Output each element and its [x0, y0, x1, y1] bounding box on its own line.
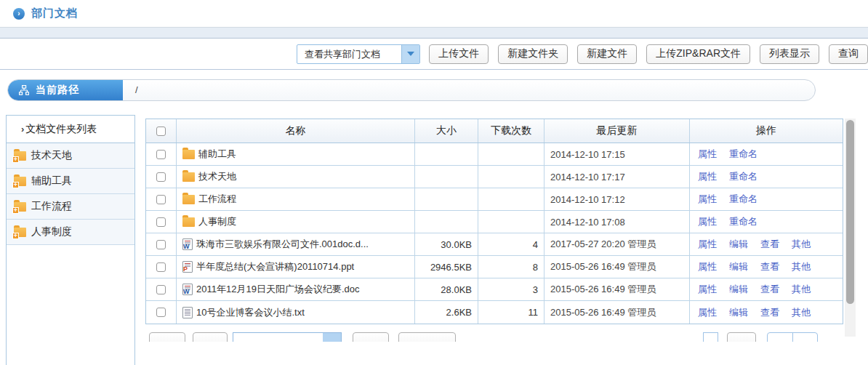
header-divider-strip: [0, 27, 868, 39]
file-name[interactable]: 10号企业博客会议小结.txt: [196, 306, 305, 319]
file-name[interactable]: 技术天地: [198, 170, 236, 183]
download-count: 4: [478, 233, 544, 255]
sitemap-icon: [19, 85, 29, 95]
operation-link[interactable]: 其他: [792, 283, 811, 296]
table-row: 辅助工具2014-12-10 17:15属性重命名: [146, 143, 843, 166]
toolbar-button[interactable]: 新建文件: [577, 44, 637, 64]
current-path-label: 当前路径: [8, 80, 123, 100]
last-updated: 2014-12-10 17:12: [544, 188, 690, 210]
operation-link[interactable]: 重命名: [729, 215, 758, 228]
sidebar-folder-item[interactable]: +人事制度: [7, 220, 134, 245]
operations-cell: 属性编辑查看其他: [690, 233, 843, 255]
titlebar: › 部门文档: [0, 0, 868, 27]
current-path-value: /: [135, 80, 138, 100]
file-size: [415, 143, 478, 165]
operation-link[interactable]: 属性: [698, 148, 717, 161]
operations-cell: 属性重命名: [690, 143, 843, 165]
pagination-button[interactable]: [193, 332, 228, 342]
pagination-button[interactable]: [398, 332, 456, 342]
operation-link[interactable]: 编辑: [729, 238, 748, 251]
sidebar-folder-item[interactable]: +辅助工具: [7, 169, 134, 194]
file-size: 2946.5KB: [415, 256, 478, 278]
operation-link[interactable]: 查看: [760, 238, 779, 251]
operation-link[interactable]: 查看: [760, 260, 779, 273]
operation-link[interactable]: 重命名: [729, 193, 758, 206]
operation-link[interactable]: 属性: [698, 170, 717, 183]
file-name[interactable]: 工作流程: [198, 193, 236, 206]
toolbar-button[interactable]: 上传ZIP&RAR文件: [646, 44, 750, 64]
sidebar-folder-item[interactable]: +技术天地: [7, 143, 134, 169]
operation-link[interactable]: 重命名: [729, 170, 758, 183]
file-name[interactable]: 人事制度: [198, 215, 236, 228]
operations-cell: 属性重命名: [690, 211, 843, 233]
operation-link[interactable]: 其他: [792, 260, 811, 273]
row-checkbox[interactable]: [156, 150, 166, 159]
operations-cell: 属性编辑查看其他: [690, 278, 843, 300]
operation-link[interactable]: 属性: [698, 215, 717, 228]
operation-link[interactable]: 编辑: [729, 260, 748, 273]
row-checkbox[interactable]: [156, 285, 166, 294]
pagination-button[interactable]: [727, 332, 756, 342]
operation-link[interactable]: 属性: [698, 193, 717, 206]
vertical-scrollbar[interactable]: [845, 119, 856, 337]
select-all-checkbox[interactable]: [156, 127, 166, 136]
doc-file-icon: W: [182, 238, 193, 250]
download-count: 3: [478, 278, 544, 300]
operation-link[interactable]: 查看: [760, 283, 779, 296]
column-header-updated: 最后更新: [544, 119, 690, 143]
toolbar-button[interactable]: 新建文件夹: [498, 44, 568, 64]
row-checkbox[interactable]: [156, 308, 166, 317]
folder-plus-icon: +: [14, 177, 26, 186]
scrollbar-thumb[interactable]: [846, 120, 854, 304]
page-title: 部门文档: [31, 7, 78, 20]
toolbar-button[interactable]: 上传文件: [429, 44, 489, 64]
table-row: P半年度总结(大会宣讲稿)20110714.ppt2946.5KB82015-0…: [146, 256, 843, 278]
pagination-button[interactable]: [149, 332, 185, 342]
txt-file-icon: [182, 307, 193, 318]
last-updated: 2014-12-10 17:17: [544, 166, 690, 188]
file-size: 2.6KB: [415, 301, 478, 324]
operations-cell: 属性编辑查看其他: [690, 301, 843, 324]
row-checkbox[interactable]: [156, 172, 166, 182]
toolbar-button[interactable]: 列表显示: [760, 44, 819, 64]
chevron-down-icon[interactable]: [323, 333, 341, 342]
operation-link[interactable]: 编辑: [729, 306, 748, 319]
sidebar-folder-item[interactable]: +工作流程: [7, 194, 134, 220]
file-name[interactable]: 半年度总结(大会宣讲稿)20110714.ppt: [196, 260, 354, 273]
row-checkbox[interactable]: [156, 195, 166, 204]
operation-link[interactable]: 属性: [698, 238, 717, 251]
folder-icon: [182, 217, 195, 227]
chevron-down-icon[interactable]: [401, 45, 419, 63]
operation-link[interactable]: 其他: [792, 306, 811, 319]
row-checkbox[interactable]: [156, 240, 166, 249]
pagination-button[interactable]: [353, 332, 389, 342]
row-checkbox[interactable]: [156, 262, 166, 272]
row-checkbox[interactable]: [156, 217, 166, 227]
pagination-split-button[interactable]: [767, 332, 818, 342]
pagination-bar-clipped: [0, 332, 868, 342]
operation-link[interactable]: 属性: [698, 260, 717, 273]
operation-link[interactable]: 重命名: [729, 148, 758, 161]
folder-icon: [182, 150, 195, 159]
view-mode-select[interactable]: 查看共享部门文档: [297, 44, 420, 64]
file-size: [415, 166, 478, 188]
file-name[interactable]: 2011年12月19日天阳广场会议纪要.doc: [196, 283, 359, 296]
operation-link[interactable]: 属性: [698, 306, 717, 319]
last-updated: 2015-05-26 16:49 管理员: [544, 256, 690, 278]
operation-link[interactable]: 查看: [760, 306, 779, 319]
page-number-input[interactable]: [703, 332, 718, 342]
section-chevron-icon: ›: [13, 8, 25, 20]
operation-link[interactable]: 编辑: [729, 283, 748, 296]
download-count: [478, 143, 544, 165]
download-count: [478, 188, 544, 210]
operations-cell: 属性重命名: [690, 188, 843, 210]
file-name[interactable]: 辅助工具: [198, 148, 236, 161]
operation-link[interactable]: 属性: [698, 283, 717, 296]
current-path-bar: 当前路径 /: [7, 79, 816, 101]
operation-link[interactable]: 其他: [792, 238, 811, 251]
file-name[interactable]: 珠海市三歌娱乐有限公司文件.001doc.d...: [196, 238, 369, 251]
toolbar-button[interactable]: 查询: [829, 44, 868, 64]
page-size-select[interactable]: [233, 332, 342, 342]
column-header-name: 名称: [177, 119, 415, 143]
download-count: [478, 166, 544, 188]
